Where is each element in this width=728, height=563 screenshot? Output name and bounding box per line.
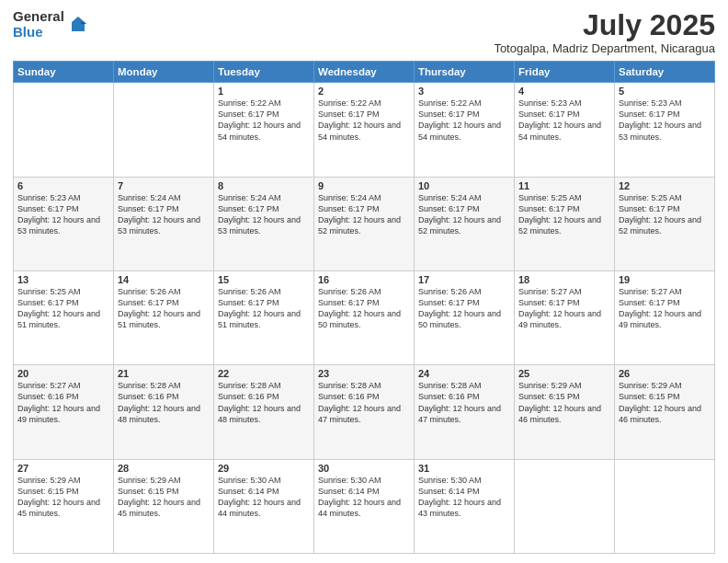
calendar-cell: 24 Sunrise: 5:28 AMSunset: 6:16 PMDaylig… bbox=[415, 365, 515, 459]
day-number: 7 bbox=[118, 180, 210, 191]
calendar-week-3: 20 Sunrise: 5:27 AMSunset: 6:16 PMDaylig… bbox=[14, 365, 715, 459]
calendar-cell: 22 Sunrise: 5:28 AMSunset: 6:16 PMDaylig… bbox=[214, 365, 314, 459]
calendar-cell: 1 Sunrise: 5:22 AMSunset: 6:17 PMDayligh… bbox=[214, 83, 314, 177]
day-number: 19 bbox=[619, 274, 711, 285]
day-info: Sunrise: 5:22 AMSunset: 6:17 PMDaylight:… bbox=[418, 98, 501, 141]
day-number: 17 bbox=[418, 274, 510, 285]
day-number: 10 bbox=[418, 180, 510, 191]
day-info: Sunrise: 5:23 AMSunset: 6:17 PMDaylight:… bbox=[17, 193, 100, 236]
calendar-cell: 17 Sunrise: 5:26 AMSunset: 6:17 PMDaylig… bbox=[415, 270, 515, 364]
day-info: Sunrise: 5:28 AMSunset: 6:16 PMDaylight:… bbox=[218, 381, 301, 423]
day-info: Sunrise: 5:25 AMSunset: 6:17 PMDaylight:… bbox=[619, 193, 701, 236]
calendar-cell: 2 Sunrise: 5:22 AMSunset: 6:17 PMDayligh… bbox=[314, 83, 415, 177]
day-number: 28 bbox=[118, 463, 210, 474]
day-header-tuesday: Tuesday bbox=[214, 62, 314, 83]
day-number: 1 bbox=[218, 86, 310, 97]
day-info: Sunrise: 5:24 AMSunset: 6:17 PMDaylight:… bbox=[318, 193, 401, 236]
day-number: 11 bbox=[518, 180, 610, 191]
calendar-cell: 11 Sunrise: 5:25 AMSunset: 6:17 PMDaylig… bbox=[515, 177, 615, 270]
day-info: Sunrise: 5:30 AMSunset: 6:14 PMDaylight:… bbox=[418, 476, 501, 518]
calendar-cell: 3 Sunrise: 5:22 AMSunset: 6:17 PMDayligh… bbox=[415, 83, 515, 177]
calendar-week-1: 6 Sunrise: 5:23 AMSunset: 6:17 PMDayligh… bbox=[14, 177, 715, 270]
day-info: Sunrise: 5:26 AMSunset: 6:17 PMDaylight:… bbox=[418, 287, 501, 329]
calendar-header-row: SundayMondayTuesdayWednesdayThursdayFrid… bbox=[14, 62, 715, 83]
day-info: Sunrise: 5:28 AMSunset: 6:16 PMDaylight:… bbox=[318, 381, 401, 423]
logo-general: General bbox=[13, 9, 64, 25]
logo-blue: Blue bbox=[13, 25, 64, 40]
day-info: Sunrise: 5:30 AMSunset: 6:14 PMDaylight:… bbox=[318, 476, 401, 518]
location: Totogalpa, Madriz Department, Nicaragua bbox=[494, 41, 715, 55]
day-number: 9 bbox=[318, 180, 410, 191]
calendar-cell: 10 Sunrise: 5:24 AMSunset: 6:17 PMDaylig… bbox=[415, 177, 515, 270]
calendar-cell: 5 Sunrise: 5:23 AMSunset: 6:17 PMDayligh… bbox=[615, 83, 715, 177]
calendar-cell: 4 Sunrise: 5:23 AMSunset: 6:17 PMDayligh… bbox=[515, 83, 615, 177]
day-number: 24 bbox=[418, 368, 510, 379]
day-number: 29 bbox=[218, 463, 310, 474]
calendar-cell bbox=[14, 83, 114, 177]
day-header-friday: Friday bbox=[515, 62, 615, 83]
month-title: July 2025 bbox=[494, 9, 715, 41]
day-number: 8 bbox=[218, 180, 310, 191]
calendar-table: SundayMondayTuesdayWednesdayThursdayFrid… bbox=[13, 61, 715, 554]
day-info: Sunrise: 5:26 AMSunset: 6:17 PMDaylight:… bbox=[118, 287, 200, 329]
day-info: Sunrise: 5:24 AMSunset: 6:17 PMDaylight:… bbox=[418, 193, 501, 236]
day-info: Sunrise: 5:23 AMSunset: 6:17 PMDaylight:… bbox=[619, 98, 701, 141]
logo-text: General Blue bbox=[13, 9, 64, 40]
day-number: 14 bbox=[118, 274, 210, 285]
calendar-cell bbox=[114, 83, 214, 177]
calendar-cell: 29 Sunrise: 5:30 AMSunset: 6:14 PMDaylig… bbox=[214, 459, 314, 553]
svg-marker-1 bbox=[81, 22, 86, 24]
logo: General Blue bbox=[13, 9, 88, 40]
day-info: Sunrise: 5:22 AMSunset: 6:17 PMDaylight:… bbox=[318, 98, 401, 141]
day-number: 15 bbox=[218, 274, 310, 285]
day-info: Sunrise: 5:25 AMSunset: 6:17 PMDaylight:… bbox=[17, 287, 100, 329]
calendar-cell: 28 Sunrise: 5:29 AMSunset: 6:15 PMDaylig… bbox=[114, 459, 214, 553]
calendar-cell: 6 Sunrise: 5:23 AMSunset: 6:17 PMDayligh… bbox=[14, 177, 114, 270]
calendar-cell: 20 Sunrise: 5:27 AMSunset: 6:16 PMDaylig… bbox=[14, 365, 114, 459]
day-info: Sunrise: 5:22 AMSunset: 6:17 PMDaylight:… bbox=[218, 98, 301, 141]
calendar-cell: 13 Sunrise: 5:25 AMSunset: 6:17 PMDaylig… bbox=[14, 270, 114, 364]
day-header-sunday: Sunday bbox=[14, 62, 114, 83]
calendar-cell: 14 Sunrise: 5:26 AMSunset: 6:17 PMDaylig… bbox=[114, 270, 214, 364]
calendar-cell: 15 Sunrise: 5:26 AMSunset: 6:17 PMDaylig… bbox=[214, 270, 314, 364]
calendar-week-2: 13 Sunrise: 5:25 AMSunset: 6:17 PMDaylig… bbox=[14, 270, 715, 364]
day-info: Sunrise: 5:25 AMSunset: 6:17 PMDaylight:… bbox=[518, 193, 601, 236]
day-number: 18 bbox=[518, 274, 610, 285]
day-number: 5 bbox=[619, 86, 711, 97]
calendar-week-0: 1 Sunrise: 5:22 AMSunset: 6:17 PMDayligh… bbox=[14, 83, 715, 177]
calendar-cell: 12 Sunrise: 5:25 AMSunset: 6:17 PMDaylig… bbox=[615, 177, 715, 270]
day-number: 21 bbox=[118, 368, 210, 379]
day-number: 30 bbox=[318, 463, 410, 474]
page: General Blue July 2025 Totogalpa, Madriz… bbox=[0, 0, 728, 563]
calendar-cell: 16 Sunrise: 5:26 AMSunset: 6:17 PMDaylig… bbox=[314, 270, 415, 364]
day-info: Sunrise: 5:26 AMSunset: 6:17 PMDaylight:… bbox=[218, 287, 301, 329]
calendar-cell: 19 Sunrise: 5:27 AMSunset: 6:17 PMDaylig… bbox=[615, 270, 715, 364]
calendar-cell bbox=[515, 459, 615, 553]
calendar-cell: 25 Sunrise: 5:29 AMSunset: 6:15 PMDaylig… bbox=[515, 365, 615, 459]
day-info: Sunrise: 5:29 AMSunset: 6:15 PMDaylight:… bbox=[118, 476, 200, 518]
day-number: 4 bbox=[518, 86, 610, 97]
day-info: Sunrise: 5:30 AMSunset: 6:14 PMDaylight:… bbox=[218, 476, 301, 518]
day-number: 27 bbox=[17, 463, 109, 474]
day-info: Sunrise: 5:24 AMSunset: 6:17 PMDaylight:… bbox=[118, 193, 200, 236]
day-header-monday: Monday bbox=[114, 62, 214, 83]
day-header-thursday: Thursday bbox=[415, 62, 515, 83]
day-info: Sunrise: 5:29 AMSunset: 6:15 PMDaylight:… bbox=[17, 476, 100, 518]
day-number: 22 bbox=[218, 368, 310, 379]
day-number: 2 bbox=[318, 86, 410, 97]
day-number: 26 bbox=[619, 368, 711, 379]
day-number: 20 bbox=[17, 368, 109, 379]
day-header-saturday: Saturday bbox=[615, 62, 715, 83]
day-number: 6 bbox=[17, 180, 109, 191]
day-number: 12 bbox=[619, 180, 711, 191]
day-info: Sunrise: 5:23 AMSunset: 6:17 PMDaylight:… bbox=[518, 98, 601, 141]
day-info: Sunrise: 5:27 AMSunset: 6:17 PMDaylight:… bbox=[518, 287, 601, 329]
calendar-cell: 21 Sunrise: 5:28 AMSunset: 6:16 PMDaylig… bbox=[114, 365, 214, 459]
day-info: Sunrise: 5:27 AMSunset: 6:16 PMDaylight:… bbox=[17, 381, 100, 423]
calendar-cell: 7 Sunrise: 5:24 AMSunset: 6:17 PMDayligh… bbox=[114, 177, 214, 270]
day-number: 31 bbox=[418, 463, 510, 474]
day-info: Sunrise: 5:29 AMSunset: 6:15 PMDaylight:… bbox=[619, 381, 701, 423]
day-info: Sunrise: 5:24 AMSunset: 6:17 PMDaylight:… bbox=[218, 193, 301, 236]
day-number: 13 bbox=[17, 274, 109, 285]
day-info: Sunrise: 5:26 AMSunset: 6:17 PMDaylight:… bbox=[318, 287, 401, 329]
